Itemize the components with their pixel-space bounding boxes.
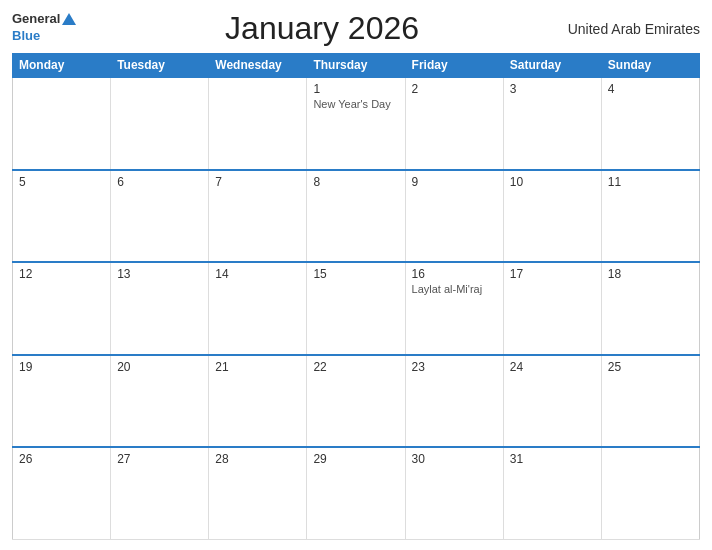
day-number: 2 bbox=[412, 82, 497, 96]
day-number: 22 bbox=[313, 360, 398, 374]
day-number: 24 bbox=[510, 360, 595, 374]
calendar-cell: 27 bbox=[111, 447, 209, 540]
logo-general-text: General bbox=[12, 12, 60, 25]
day-number: 26 bbox=[19, 452, 104, 466]
day-number: 6 bbox=[117, 175, 202, 189]
day-number: 4 bbox=[608, 82, 693, 96]
logo-blue-text: Blue bbox=[12, 28, 40, 43]
logo-triangle-icon bbox=[62, 13, 76, 25]
calendar-cell: 30 bbox=[405, 447, 503, 540]
calendar-page: General Blue January 2026 United Arab Em… bbox=[0, 0, 712, 550]
calendar-cell: 12 bbox=[13, 262, 111, 355]
calendar-cell: 22 bbox=[307, 355, 405, 448]
calendar-cell: 9 bbox=[405, 170, 503, 263]
day-number: 16 bbox=[412, 267, 497, 281]
calendar-cell: 5 bbox=[13, 170, 111, 263]
col-header-wednesday: Wednesday bbox=[209, 54, 307, 78]
day-number: 28 bbox=[215, 452, 300, 466]
calendar-cell: 14 bbox=[209, 262, 307, 355]
calendar-cell: 25 bbox=[601, 355, 699, 448]
calendar-cell: 17 bbox=[503, 262, 601, 355]
day-number: 9 bbox=[412, 175, 497, 189]
calendar-cell: 19 bbox=[13, 355, 111, 448]
calendar-week-5: 262728293031 bbox=[13, 447, 700, 540]
calendar-cell: 13 bbox=[111, 262, 209, 355]
calendar-cell: 31 bbox=[503, 447, 601, 540]
day-number: 15 bbox=[313, 267, 398, 281]
calendar-table: MondayTuesdayWednesdayThursdayFridaySatu… bbox=[12, 53, 700, 540]
calendar-cell: 7 bbox=[209, 170, 307, 263]
day-number: 23 bbox=[412, 360, 497, 374]
col-header-monday: Monday bbox=[13, 54, 111, 78]
day-event: Laylat al-Mi'raj bbox=[412, 283, 497, 295]
calendar-cell: 4 bbox=[601, 77, 699, 170]
calendar-cell: 26 bbox=[13, 447, 111, 540]
calendar-week-2: 567891011 bbox=[13, 170, 700, 263]
day-number: 7 bbox=[215, 175, 300, 189]
day-number: 11 bbox=[608, 175, 693, 189]
calendar-header: General Blue January 2026 United Arab Em… bbox=[12, 10, 700, 47]
day-number: 25 bbox=[608, 360, 693, 374]
calendar-header-row: MondayTuesdayWednesdayThursdayFridaySatu… bbox=[13, 54, 700, 78]
calendar-cell: 11 bbox=[601, 170, 699, 263]
day-number: 10 bbox=[510, 175, 595, 189]
calendar-cell: 10 bbox=[503, 170, 601, 263]
col-header-sunday: Sunday bbox=[601, 54, 699, 78]
page-title: January 2026 bbox=[76, 10, 567, 47]
calendar-cell: 2 bbox=[405, 77, 503, 170]
day-number: 29 bbox=[313, 452, 398, 466]
day-number: 30 bbox=[412, 452, 497, 466]
day-number: 13 bbox=[117, 267, 202, 281]
calendar-cell: 28 bbox=[209, 447, 307, 540]
calendar-cell: 1New Year's Day bbox=[307, 77, 405, 170]
day-number: 14 bbox=[215, 267, 300, 281]
day-number: 1 bbox=[313, 82, 398, 96]
day-number: 27 bbox=[117, 452, 202, 466]
logo: General Blue bbox=[12, 12, 76, 44]
calendar-week-4: 19202122232425 bbox=[13, 355, 700, 448]
calendar-cell: 15 bbox=[307, 262, 405, 355]
col-header-friday: Friday bbox=[405, 54, 503, 78]
calendar-cell: 21 bbox=[209, 355, 307, 448]
calendar-cell: 23 bbox=[405, 355, 503, 448]
calendar-cell: 8 bbox=[307, 170, 405, 263]
calendar-cell bbox=[111, 77, 209, 170]
col-header-saturday: Saturday bbox=[503, 54, 601, 78]
calendar-cell: 6 bbox=[111, 170, 209, 263]
calendar-cell bbox=[209, 77, 307, 170]
calendar-cell: 24 bbox=[503, 355, 601, 448]
calendar-cell bbox=[601, 447, 699, 540]
day-number: 19 bbox=[19, 360, 104, 374]
country-label: United Arab Emirates bbox=[568, 21, 700, 37]
day-number: 3 bbox=[510, 82, 595, 96]
day-number: 18 bbox=[608, 267, 693, 281]
day-event: New Year's Day bbox=[313, 98, 398, 110]
day-number: 21 bbox=[215, 360, 300, 374]
col-header-tuesday: Tuesday bbox=[111, 54, 209, 78]
calendar-cell: 29 bbox=[307, 447, 405, 540]
day-number: 17 bbox=[510, 267, 595, 281]
calendar-week-1: 1New Year's Day234 bbox=[13, 77, 700, 170]
calendar-week-3: 1213141516Laylat al-Mi'raj1718 bbox=[13, 262, 700, 355]
calendar-cell: 20 bbox=[111, 355, 209, 448]
calendar-cell bbox=[13, 77, 111, 170]
calendar-cell: 16Laylat al-Mi'raj bbox=[405, 262, 503, 355]
day-number: 12 bbox=[19, 267, 104, 281]
calendar-cell: 18 bbox=[601, 262, 699, 355]
calendar-cell: 3 bbox=[503, 77, 601, 170]
day-number: 31 bbox=[510, 452, 595, 466]
day-number: 5 bbox=[19, 175, 104, 189]
day-number: 8 bbox=[313, 175, 398, 189]
col-header-thursday: Thursday bbox=[307, 54, 405, 78]
day-number: 20 bbox=[117, 360, 202, 374]
